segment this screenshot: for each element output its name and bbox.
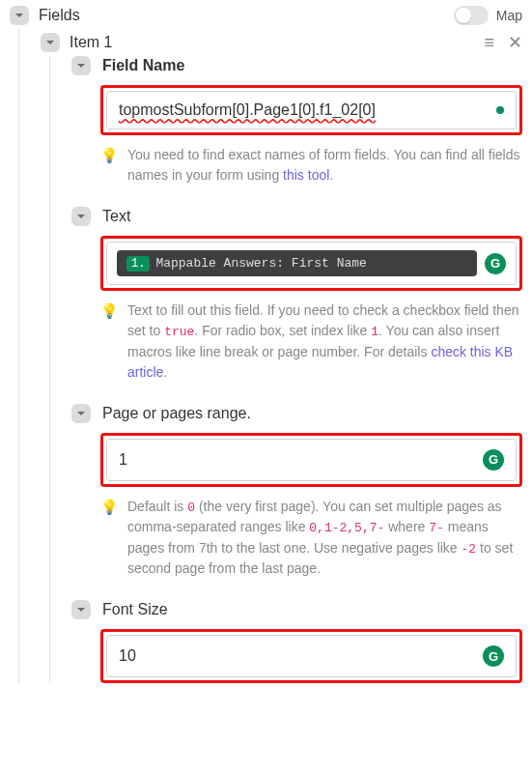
bulb-icon: 💡 [100,300,118,383]
collapse-toggle-fields[interactable] [10,6,29,25]
chevron-down-icon [76,409,86,418]
collapse-toggle-item[interactable] [41,33,60,52]
grammarly-dot-icon [496,106,504,114]
collapse-toggle-fieldname[interactable] [71,56,91,75]
fields-header: Fields Map [10,2,522,29]
font-size-value: 10 [119,647,475,665]
hint-text: . For radio box, set index like [194,323,371,338]
code-text: 1 [371,325,378,339]
field-name-label: Field Name [102,57,522,74]
field-name-block: Field Name topmostSubform[0].Page1[0].f1… [71,56,522,186]
chevron-down-icon [76,605,86,615]
text-pill: 1.Mappable Answers: First Name [117,250,477,276]
font-size-input-wrap: 10 G [100,629,522,683]
hint-text: where [384,519,429,534]
grammarly-icon: G [483,645,504,667]
font-size-input[interactable]: 10 G [106,635,517,677]
close-icon[interactable]: ✕ [508,34,522,51]
text-input[interactable]: 1.Mappable Answers: First Name G [106,242,517,285]
collapse-toggle-fontsize[interactable] [71,600,91,619]
bulb-icon: 💡 [100,145,118,186]
menu-icon[interactable]: ≡ [484,34,494,51]
this-tool-link[interactable]: this tool [283,167,329,183]
bulb-icon: 💡 [100,497,118,580]
collapse-toggle-text[interactable] [71,207,91,226]
field-name-input[interactable]: topmostSubform[0].Page1[0].f1_02[0] [106,91,517,129]
page-range-input-wrap: 1 G [100,433,522,487]
item-header: Item 1 ≡ ✕ [41,29,522,56]
hint-text: . [163,364,167,380]
text-hint: 💡 Text to fill out this field. If you ne… [100,300,522,383]
field-name-input-wrap: topmostSubform[0].Page1[0].f1_02[0] [100,85,522,135]
pill-label: Mappable Answers: First Name [155,256,366,271]
grammarly-icon: G [485,253,506,274]
text-input-wrap: 1.Mappable Answers: First Name G [100,236,522,291]
field-name-hint: 💡 You need to find exact names of form f… [100,145,522,186]
chevron-down-icon [76,212,86,221]
text-label: Text [102,208,130,225]
chevron-down-icon [45,38,55,47]
page-range-hint: 💡 Default is 0 (the very first page). Yo… [100,497,522,580]
chevron-down-icon [76,61,86,71]
text-block: Text 1.Mappable Answers: First Name G 💡 [71,207,522,383]
field-name-value: topmostSubform[0].Page1[0].f1_02[0] [119,101,492,119]
font-size-block: Font Size 10 G [71,600,522,683]
page-range-input[interactable]: 1 G [106,439,517,481]
collapse-toggle-pagerange[interactable] [71,404,91,423]
item-title: Item 1 [70,34,474,51]
hint-text: Default is [127,499,187,514]
page-range-value: 1 [119,451,475,469]
chevron-down-icon [14,11,24,20]
map-label: Map [496,8,522,23]
pill-number: 1. [126,256,150,272]
page-range-block: Page or pages range. 1 G 💡 Default is 0 … [71,404,522,580]
page-range-label: Page or pages range. [102,405,251,422]
code-text: 0 [187,500,195,515]
font-size-label: Font Size [102,601,168,618]
switch-icon [454,6,489,25]
fields-label: Fields [39,7,444,24]
code-text: -2 [462,542,477,557]
grammarly-icon: G [483,449,504,471]
hint-text: . [329,167,333,183]
map-toggle[interactable]: Map [454,6,522,25]
code-text: 0,1-2,5,7- [309,521,384,535]
code-text: true [164,325,194,339]
code-text: 7- [429,521,444,535]
